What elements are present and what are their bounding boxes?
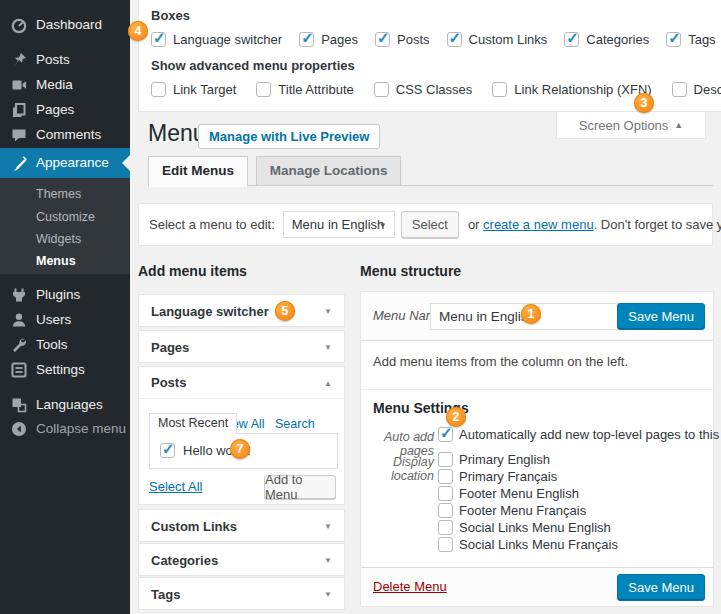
chevron-down-icon: ▼ [324, 342, 332, 351]
accordion-language-switcher[interactable]: Language switcher ▼ [138, 294, 345, 327]
sidebar-item-comments[interactable]: Comments [0, 122, 130, 148]
location-option[interactable]: Footer Menu Français [438, 503, 586, 518]
sidebar-item-media[interactable]: Media [0, 72, 130, 98]
sidebar-item-dashboard[interactable]: Dashboard [0, 12, 130, 38]
checkbox[interactable] [438, 469, 453, 484]
appearance-submenu: Themes Customize Widgets Menus [0, 178, 130, 274]
checkbox[interactable] [256, 82, 271, 97]
checkbox[interactable] [672, 82, 687, 97]
sidebar-item-languages[interactable]: Languages [0, 392, 130, 418]
checkbox[interactable] [447, 32, 462, 47]
tab-search[interactable]: Search [275, 417, 315, 431]
submenu-item-customize[interactable]: Customize [0, 207, 130, 227]
save-menu-button-bottom[interactable]: Save Menu [617, 574, 705, 601]
checkbox-title-attribute[interactable]: Title Attribute [256, 82, 353, 97]
select-menu-label: Select a menu to edit: [149, 217, 275, 232]
accordion-posts-header[interactable]: Posts ▲ [139, 367, 344, 399]
plugin-icon [10, 286, 28, 304]
boxes-checkbox-row: Language switcher Pages Posts Custom Lin… [151, 32, 721, 47]
accordion-pages[interactable]: Pages ▼ [138, 330, 345, 363]
chevron-down-icon: ▼ [324, 589, 332, 598]
checkbox[interactable] [564, 32, 579, 47]
sidebar-item-label: Media [36, 72, 130, 98]
pages-icon [10, 101, 28, 119]
create-menu-text: or create a new menu. Don't forget to sa… [468, 217, 721, 232]
callout-badge-7: 7 [230, 439, 250, 459]
checkbox[interactable] [492, 82, 507, 97]
manage-live-preview-button[interactable]: Manage with Live Preview [198, 124, 380, 149]
checkbox-link-target[interactable]: Link Target [151, 82, 236, 97]
sidebar-item-pages[interactable]: Pages [0, 97, 130, 123]
location-option[interactable]: Primary English [438, 452, 550, 467]
appearance-icon [10, 154, 28, 172]
checkbox[interactable] [438, 520, 453, 535]
advanced-properties-heading: Show advanced menu properties [151, 58, 355, 73]
location-option[interactable]: Social Links Menu English [438, 520, 611, 535]
sidebar-item-tools[interactable]: Tools [0, 332, 130, 358]
tab-manage-locations[interactable]: Manage Locations [256, 156, 402, 186]
sidebar-collapse-button[interactable]: Collapse menu [0, 416, 130, 442]
location-option[interactable]: Primary Français [438, 469, 557, 484]
checkbox-categories[interactable]: Categories [564, 32, 649, 47]
checkbox-link-relationship[interactable]: Link Relationship (XFN) [492, 82, 651, 97]
save-menu-button-top[interactable]: Save Menu [617, 303, 705, 330]
callout-badge-4: 4 [128, 21, 148, 41]
dashboard-icon [10, 16, 28, 34]
checkbox[interactable] [438, 503, 453, 518]
sidebar-item-label: Languages [36, 392, 130, 418]
auto-add-pages-option[interactable]: Automatically add new top-level pages to… [438, 427, 721, 442]
delete-menu-link[interactable]: Delete Menu [373, 579, 447, 594]
accordion-categories[interactable]: Categories ▼ [138, 543, 345, 576]
sidebar-item-appearance[interactable]: Appearance [0, 148, 130, 178]
add-to-menu-button[interactable]: Add to Menu [264, 475, 336, 499]
active-item-notch [122, 155, 130, 171]
checkbox[interactable] [438, 537, 453, 552]
checkbox[interactable] [438, 486, 453, 501]
sidebar-item-plugins[interactable]: Plugins [0, 282, 130, 308]
select-all-link[interactable]: Select All [149, 479, 202, 494]
tab-most-recent[interactable]: Most Recent [149, 413, 237, 434]
sidebar-item-label: Users [36, 307, 130, 333]
checkbox[interactable] [438, 427, 453, 442]
checkbox-language-switcher[interactable]: Language switcher [151, 32, 282, 47]
sidebar-item-label: Comments [36, 122, 130, 148]
tab-edit-menus[interactable]: Edit Menus [148, 156, 248, 187]
languages-icon [10, 396, 28, 414]
checkbox[interactable] [160, 443, 175, 458]
screen-options-tab[interactable]: Screen Options ▲ [556, 112, 706, 139]
checkbox-posts[interactable]: Posts [375, 32, 430, 47]
create-new-menu-link[interactable]: create a new menu [483, 217, 594, 232]
menu-select-dropdown[interactable]: Menu in English ▼ [283, 211, 395, 238]
checkbox[interactable] [151, 82, 166, 97]
chevron-down-icon: ▼ [324, 521, 332, 530]
checkbox-description[interactable]: Description [672, 82, 721, 97]
checkbox[interactable] [666, 32, 681, 47]
location-option[interactable]: Social Links Menu Français [438, 537, 618, 552]
submenu-item-menus[interactable]: Menus [0, 251, 130, 271]
checkbox-tags[interactable]: Tags [666, 32, 715, 47]
accordion-tags[interactable]: Tags ▼ [138, 577, 345, 610]
accordion-custom-links[interactable]: Custom Links ▼ [138, 509, 345, 542]
checkbox-css-classes[interactable]: CSS Classes [374, 82, 473, 97]
sidebar-item-label: Settings [36, 357, 130, 383]
location-option[interactable]: Footer Menu English [438, 486, 579, 501]
checkbox[interactable] [374, 82, 389, 97]
checkbox[interactable] [151, 32, 166, 47]
menu-structure-panel: Menu Name Save Menu Add menu items from … [360, 291, 714, 607]
checkbox[interactable] [375, 32, 390, 47]
sidebar-item-users[interactable]: Users [0, 307, 130, 333]
sidebar-item-label: Plugins [36, 282, 130, 308]
callout-badge-3: 3 [634, 93, 654, 113]
checkbox-custom-links[interactable]: Custom Links [447, 32, 548, 47]
sidebar-item-posts[interactable]: Posts [0, 47, 130, 73]
auto-add-pages-label: Auto add pages [367, 430, 434, 458]
admin-sidebar: Dashboard Posts Media Pages Comments App… [0, 0, 130, 614]
submenu-item-widgets[interactable]: Widgets [0, 229, 130, 249]
select-button[interactable]: Select [401, 211, 459, 238]
checkbox[interactable] [299, 32, 314, 47]
submenu-item-themes[interactable]: Themes [0, 184, 130, 204]
checkbox-pages[interactable]: Pages [299, 32, 358, 47]
user-icon [10, 311, 28, 329]
sidebar-item-settings[interactable]: Settings [0, 357, 130, 383]
checkbox[interactable] [438, 452, 453, 467]
